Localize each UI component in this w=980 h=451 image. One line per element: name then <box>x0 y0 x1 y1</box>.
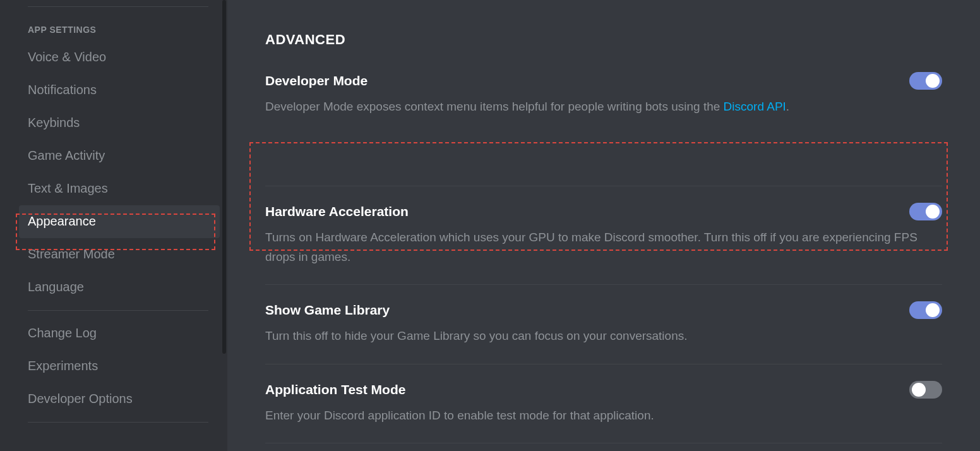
setting-show-game-library: Show Game Library Turn this off to hide … <box>265 301 942 364</box>
sidebar-item-experiments[interactable]: Experiments <box>19 350 220 383</box>
setting-divider <box>265 284 942 285</box>
sidebar-item-streamer-mode[interactable]: Streamer Mode <box>19 238 220 271</box>
sidebar-scrollbar[interactable] <box>221 0 227 451</box>
toggle-show-game-library[interactable] <box>909 301 942 319</box>
setting-title: Developer Mode <box>265 73 368 88</box>
setting-description: Enter your Discord application ID to ena… <box>265 406 942 425</box>
sidebar-item-text-images[interactable]: Text & Images <box>19 172 220 205</box>
setting-description: Turns on Hardware Acceleration which use… <box>265 228 942 267</box>
sidebar-section-header: APP SETTINGS <box>19 13 220 41</box>
section-title: ADVANCED <box>265 32 942 48</box>
toggle-application-test-mode[interactable] <box>909 381 942 399</box>
sidebar-item-voice-video[interactable]: Voice & Video <box>19 41 220 74</box>
setting-developer-mode: Developer Mode Developer Mode exposes co… <box>265 72 942 186</box>
setting-description: Turn this off to hide your Game Library … <box>265 327 942 346</box>
sidebar-item-developer-options[interactable]: Developer Options <box>19 383 220 416</box>
setting-application-test-mode: Application Test Mode Enter your Discord… <box>265 381 942 443</box>
settings-sidebar: APP SETTINGS Voice & Video Notifications… <box>0 0 227 451</box>
sidebar-item-keybinds[interactable]: Keybinds <box>19 107 220 140</box>
toggle-hardware-acceleration[interactable] <box>909 203 942 220</box>
sidebar-item-notifications[interactable]: Notifications <box>19 74 220 107</box>
setting-divider <box>265 186 942 186</box>
sidebar-item-change-log[interactable]: Change Log <box>19 317 220 350</box>
setting-title: Show Game Library <box>265 303 390 318</box>
setting-hardware-acceleration: Hardware Acceleration Turns on Hardware … <box>265 203 942 285</box>
setting-divider <box>265 443 942 443</box>
setting-title: Application Test Mode <box>265 382 405 397</box>
sidebar-divider <box>28 422 208 423</box>
sidebar-item-language[interactable]: Language <box>19 271 220 304</box>
discord-api-link[interactable]: Discord API <box>724 100 786 113</box>
setting-divider <box>265 364 942 364</box>
settings-content: ADVANCED Developer Mode Developer Mode e… <box>227 0 980 451</box>
sidebar-item-game-activity[interactable]: Game Activity <box>19 140 220 172</box>
sidebar-item-appearance[interactable]: Appearance <box>19 205 220 238</box>
sidebar-divider <box>28 310 208 311</box>
setting-description: Developer Mode exposes context menu item… <box>265 97 942 116</box>
sidebar-divider <box>28 6 208 7</box>
setting-title: Hardware Acceleration <box>265 204 409 219</box>
toggle-developer-mode[interactable] <box>909 72 942 90</box>
